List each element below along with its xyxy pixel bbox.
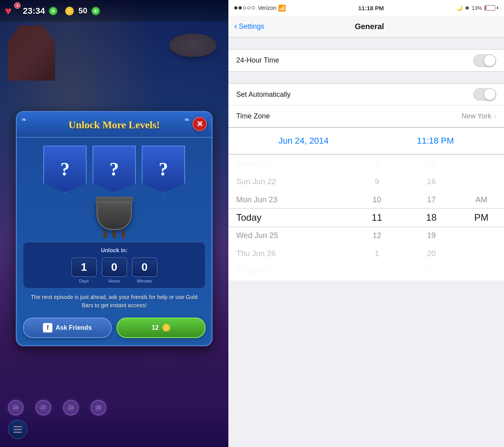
set-auto-label: Set Automatically — [236, 91, 473, 99]
days-value: 1 — [71, 257, 97, 277]
minutes-counter: 0 Minutes — [132, 257, 158, 283]
status-bar: Verizon 📶 11:18 PM 🌙 ✱ 13% — [228, 0, 504, 16]
ask-friends-label: Ask Friends — [56, 324, 92, 331]
minute-option-16[interactable]: 16 — [404, 173, 458, 191]
minute-option-19[interactable]: 19 — [404, 227, 458, 245]
datetime-header: Jun 24, 2014 11:18 PM — [228, 127, 504, 154]
mystery-banner-2: ? — [93, 146, 136, 193]
time-zone-chevron-icon: › — [494, 112, 496, 120]
battery-percent: 13% — [472, 5, 482, 11]
modal-buttons: f Ask Friends 12 🪙 — [17, 314, 211, 345]
gold-count: 50 — [78, 6, 87, 15]
ampm-option-pm[interactable]: PM — [459, 209, 504, 227]
page-title: General — [264, 22, 474, 31]
game-scenery: ❧ Unlock More Levels! ❧ ✕ ? ? ? — [0, 22, 228, 447]
game-timer: 23:34 — [23, 6, 45, 16]
selected-date[interactable]: Jun 24, 2014 — [278, 136, 328, 146]
modal-description: The next episode is just ahead, ask your… — [17, 288, 211, 314]
close-button[interactable]: ✕ — [193, 117, 207, 131]
set-auto-toggle-thumb — [484, 89, 495, 100]
hour-time-toggle[interactable] — [473, 54, 496, 67]
back-button[interactable]: ‹ Settings — [234, 22, 264, 31]
add-hearts-button[interactable]: + — [49, 7, 57, 15]
time-format-group: 24-Hour Time — [228, 49, 504, 72]
hour-time-row: 24-Hour Time — [228, 50, 504, 71]
signal-dot-1 — [234, 6, 237, 9]
ask-friends-button[interactable]: f Ask Friends — [23, 318, 112, 338]
toggle-thumb — [484, 55, 495, 66]
mystery-icon-2: ? — [109, 158, 119, 180]
date-option-mon-jun-23[interactable]: Mon Jun 23 — [236, 190, 350, 209]
hour-option-8[interactable]: 8 — [350, 155, 404, 173]
hours-counter: 0 Hours — [102, 257, 127, 283]
section-gap-1 — [228, 37, 504, 49]
date-option-thu-jun-26[interactable]: Thu Jun 26 — [236, 245, 350, 263]
status-time: 11:18 PM — [358, 5, 384, 11]
carrier-label: Verizon — [258, 5, 276, 11]
leg-right — [122, 230, 125, 238]
mystery-icon-1: ? — [60, 158, 70, 180]
hours-unit: Hours — [102, 279, 127, 283]
ampm-option-empty-2 — [459, 173, 504, 191]
heart-icon: ♥ — [5, 4, 12, 17]
selected-time[interactable]: 11:18 PM — [417, 136, 454, 146]
minute-picker-column[interactable]: 15 16 17 18 19 20 21 — [404, 155, 458, 281]
modal-title: Unlock More Levels! — [25, 119, 204, 131]
battery-indicator — [484, 5, 498, 11]
wifi-icon: 📶 — [278, 4, 286, 12]
use-gold-button[interactable]: 12 🪙 — [117, 318, 206, 338]
settings-content: 24-Hour Time Set Automatically Time Zone… — [228, 37, 504, 447]
date-picker-column[interactable]: Sat Jun 21 Sun Jun 22 Mon Jun 23 Today W… — [228, 155, 350, 281]
hour-option-10[interactable]: 10 — [350, 190, 404, 209]
facebook-icon: f — [43, 323, 52, 332]
hour-option-1[interactable]: 1 — [350, 245, 404, 263]
minute-option-17[interactable]: 17 — [404, 190, 458, 209]
gold-bar-icon: 🪙 — [162, 323, 170, 332]
corner-decoration-left: ❧ — [21, 115, 27, 124]
mystery-banner-1: ? — [43, 146, 87, 193]
date-option-sun-jun-22[interactable]: Sun Jun 22 — [236, 173, 350, 191]
back-chevron-icon: ‹ — [234, 22, 237, 31]
modal-overlay: ❧ Unlock More Levels! ❧ ✕ ? ? ? — [0, 22, 228, 447]
cauldron-legs — [96, 230, 132, 238]
date-option-fri-jun-27[interactable]: Fri Jun 27 — [236, 262, 350, 281]
moon-icon: 🌙 — [456, 5, 463, 11]
hour-picker-column[interactable]: 8 9 10 11 12 1 2 — [350, 155, 404, 281]
game-panel: ♥ 4 23:34 + 🪙 50 + ❧ Unlock More Levels!… — [0, 0, 228, 447]
hour-option-12[interactable]: 12 — [350, 227, 404, 245]
hearts-container: ♥ 4 — [5, 4, 19, 18]
back-label: Settings — [239, 22, 264, 31]
time-zone-label: Time Zone — [236, 112, 461, 120]
countdown-label: Unlock in: — [28, 247, 200, 253]
date-option-today[interactable]: Today — [236, 209, 350, 227]
minute-option-18[interactable]: 18 — [404, 209, 458, 227]
cauldron-container — [17, 197, 211, 242]
status-left: Verizon 📶 — [234, 4, 286, 12]
ampm-picker-column[interactable]: AM PM — [459, 155, 504, 281]
add-gold-button[interactable]: + — [91, 7, 100, 15]
signal-dot-3 — [243, 6, 246, 9]
datetime-picker[interactable]: Sat Jun 21 Sun Jun 22 Mon Jun 23 Today W… — [228, 154, 504, 281]
hour-option-9[interactable]: 9 — [350, 173, 404, 191]
corner-decoration-right: ❧ — [184, 115, 190, 124]
mystery-icon-3: ? — [159, 158, 168, 180]
ampm-option-am[interactable]: AM — [459, 190, 504, 209]
minute-option-20[interactable]: 20 — [404, 245, 458, 263]
battery-body — [484, 5, 495, 11]
hour-option-2[interactable]: 2 — [350, 262, 404, 281]
minute-option-21[interactable]: 21 — [404, 262, 458, 281]
leg-left — [104, 230, 107, 238]
date-option-sat-jun-21[interactable]: Sat Jun 21 — [236, 155, 350, 173]
cauldron-icon — [96, 199, 132, 230]
time-zone-row[interactable]: Time Zone New York › — [228, 105, 504, 127]
days-counter: 1 Days — [71, 257, 97, 283]
ampm-option-empty-5 — [459, 262, 504, 281]
battery-fill — [485, 6, 486, 10]
gold-amount-label: 12 — [152, 324, 159, 331]
date-option-wed-jun-25[interactable]: Wed Jun 25 — [236, 227, 350, 245]
hearts-count: 4 — [14, 2, 20, 9]
set-auto-toggle[interactable] — [473, 88, 496, 101]
hour-option-11[interactable]: 11 — [350, 209, 404, 227]
minute-option-15[interactable]: 15 — [404, 155, 458, 173]
countdown-section: Unlock in: 1 Days 0 Hours 0 Minutes — [23, 242, 206, 288]
